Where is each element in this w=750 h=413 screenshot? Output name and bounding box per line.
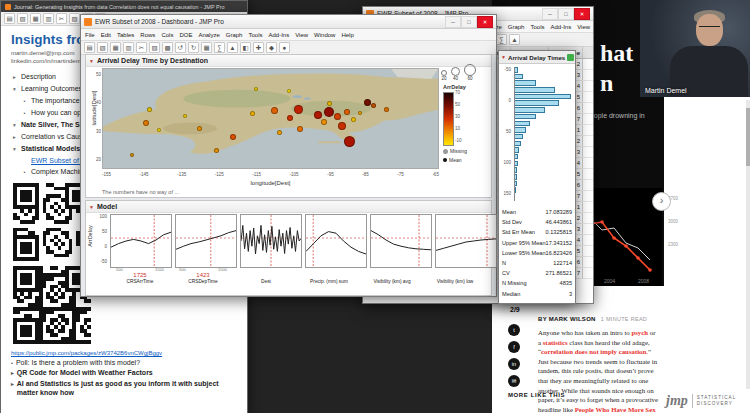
- new-icon[interactable]: ▤: [4, 13, 15, 24]
- histogram-bar: [515, 147, 519, 153]
- email-share-icon[interactable]: ✉: [508, 375, 520, 387]
- disclosure-icon[interactable]: ▾: [11, 120, 18, 131]
- delay-bubble: [338, 122, 346, 130]
- delay-bubble: [197, 126, 202, 131]
- inline-link[interactable]: psych: [631, 329, 648, 336]
- profiler-factor-name: Precip. (mm) sum: [299, 279, 359, 291]
- maximize-button[interactable]: □: [558, 8, 574, 20]
- menu-item[interactable]: View: [577, 24, 590, 30]
- run-script-icon[interactable]: [567, 54, 574, 61]
- paragraph-text: ” Just because two trends seem to fluctu…: [538, 348, 658, 413]
- menu-item[interactable]: Edit: [101, 32, 111, 38]
- sum-icon[interactable]: ∑: [496, 34, 507, 45]
- statistic-row: Std Err Mean0.1325815: [502, 227, 572, 237]
- profiler-current-value[interactable]: [236, 272, 296, 279]
- profiler-plot[interactable]: [305, 214, 367, 268]
- profiler-current-value[interactable]: 1423: [173, 272, 233, 279]
- size-circle-label: 20: [441, 76, 447, 81]
- ai-statistics-item[interactable]: ▸ AI and Statistics is just as good as y…: [1, 376, 247, 397]
- profiler-current-value[interactable]: [299, 272, 359, 279]
- author-name[interactable]: BY MARK WILSON: [538, 316, 596, 322]
- menu-item[interactable]: Tools: [248, 32, 262, 38]
- twitter-share-icon[interactable]: t: [508, 324, 520, 336]
- menu-item[interactable]: Graph: [226, 32, 243, 38]
- summary-statistics: Mean17.083289Std Dev46.443861Std Err Mea…: [502, 207, 572, 299]
- chart-icon[interactable]: ▲: [509, 34, 520, 45]
- size-circle: 60: [464, 64, 476, 81]
- menu-item[interactable]: Graph: [508, 24, 525, 30]
- profiler-plot[interactable]: [435, 214, 497, 268]
- menu-item[interactable]: Rows: [140, 32, 155, 38]
- disclosure-icon[interactable]: ▸: [11, 132, 18, 143]
- scrollbar[interactable]: [746, 100, 750, 413]
- prediction-profiler: [110, 214, 487, 266]
- map-panel-header[interactable]: ▼ Arrival Delay Time by Destination: [86, 55, 491, 67]
- disclosure-icon[interactable]: ▼: [89, 204, 94, 210]
- statistic-row: Mean17.083289: [502, 207, 572, 217]
- statistic-label: Median: [502, 289, 520, 299]
- save-icon[interactable]: ▦: [30, 13, 41, 24]
- disclosure-icon[interactable]: ▸: [11, 72, 18, 83]
- maximize-button[interactable]: □: [461, 16, 477, 28]
- logo-line-2: DISCOVERY: [697, 401, 733, 406]
- profiler-current-value[interactable]: [425, 272, 485, 279]
- geographic-map[interactable]: [102, 68, 439, 169]
- profiler-plot[interactable]: [175, 214, 237, 268]
- menu-item[interactable]: Help: [341, 32, 353, 38]
- menu-item[interactable]: Window: [314, 32, 335, 38]
- menu-item[interactable]: DOE: [179, 32, 192, 38]
- menu-item[interactable]: Analyze: [198, 32, 219, 38]
- minimize-button[interactable]: ─: [542, 8, 558, 20]
- tree-item-label: Description: [21, 71, 56, 82]
- statistic-value: 271.86521: [546, 268, 572, 278]
- carousel-next-button[interactable]: ›: [652, 192, 671, 211]
- statistic-label: Lower 95% Mean: [502, 248, 546, 258]
- disclosure-icon[interactable]: ▾: [11, 84, 18, 95]
- linkedin-share-icon[interactable]: in: [508, 358, 520, 370]
- delay-bubble: [214, 148, 219, 153]
- package-link[interactable]: https://public.jmp.com/packages/zW3742B6…: [1, 347, 247, 356]
- profiler-plot[interactable]: [370, 214, 432, 268]
- menu-item[interactable]: Add-Ins: [268, 32, 289, 38]
- copy-icon[interactable]: ▨: [69, 13, 80, 24]
- open-icon[interactable]: ▧: [17, 13, 28, 24]
- gradient-tick-label: 30: [455, 114, 475, 119]
- cut-icon[interactable]: ✂: [56, 13, 67, 24]
- presenter-name-label: Martin Demel: [645, 87, 687, 94]
- disclosure-icon[interactable]: ▼: [501, 54, 506, 60]
- inline-link[interactable]: statistics: [543, 339, 568, 346]
- profiler-plot[interactable]: [110, 214, 172, 268]
- menu-item[interactable]: Add-Ins: [550, 24, 571, 30]
- profiler-current-value[interactable]: [362, 272, 422, 279]
- delay-histogram[interactable]: [514, 67, 572, 201]
- menu-item[interactable]: View: [295, 32, 308, 38]
- minimize-button[interactable]: ─: [445, 16, 461, 28]
- journal-title-bar[interactable]: Journal: Generating Insights from data C…: [1, 1, 247, 12]
- disclosure-icon[interactable]: ▼: [89, 58, 94, 64]
- dashboard-title-bar[interactable]: EWR Subset of 2008 - Dashboard - JMP Pro…: [81, 15, 496, 29]
- menu-item[interactable]: Cols: [161, 32, 173, 38]
- scrollbar-thumb[interactable]: [746, 108, 750, 166]
- map-caption: The numbers have no way of ...: [102, 189, 179, 195]
- close-button[interactable]: ✕: [477, 16, 493, 28]
- delay-bubble: [344, 109, 350, 115]
- qr-weather-item[interactable]: ▸ QR Code for Model with Weather Factors: [1, 366, 247, 376]
- poll-item[interactable]: • Poll: Is there a problem with this mod…: [1, 356, 247, 366]
- print-icon[interactable]: ▥: [43, 13, 54, 24]
- model-panel-header[interactable]: ▼ Model: [86, 201, 491, 213]
- profiler-factor-name: CRSDepTime: [173, 279, 233, 291]
- delay-bubble: [321, 119, 327, 125]
- profiler-plot[interactable]: [240, 214, 302, 268]
- inline-link[interactable]: correlation does not imply causation.: [541, 348, 648, 355]
- menu-item[interactable]: Tools: [530, 24, 544, 30]
- menu-item[interactable]: Tables: [117, 32, 134, 38]
- close-button[interactable]: ✕: [574, 8, 590, 20]
- histogram-bar: [515, 167, 517, 173]
- facebook-share-icon[interactable]: f: [508, 341, 520, 353]
- bullet-icon: •: [21, 96, 28, 107]
- disclosure-icon[interactable]: ▾: [11, 144, 18, 155]
- missing-label: Missing: [450, 148, 467, 154]
- delay-panel-header[interactable]: ▼ Arrival Delay Times: [499, 51, 575, 64]
- profiler-current-value[interactable]: 1725: [110, 272, 170, 279]
- menu-item[interactable]: File: [85, 32, 95, 38]
